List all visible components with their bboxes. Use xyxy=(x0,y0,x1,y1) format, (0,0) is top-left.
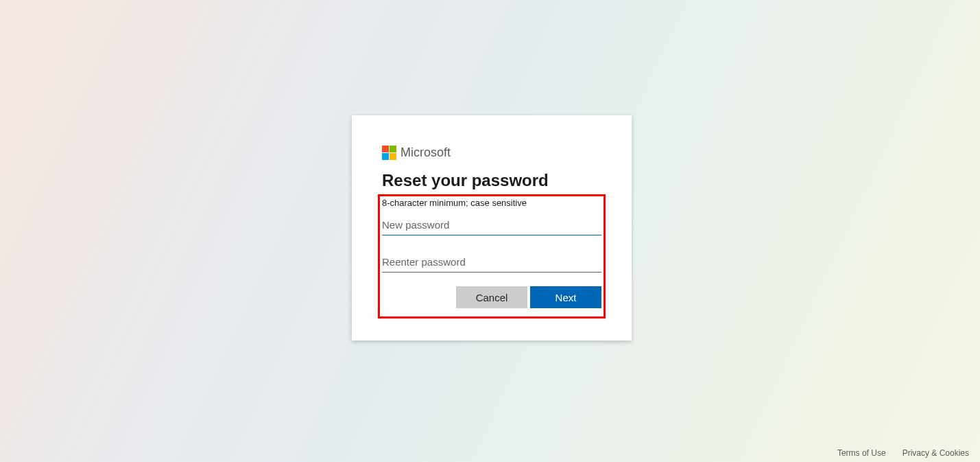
button-row: Cancel Next xyxy=(382,286,601,308)
new-password-input[interactable] xyxy=(382,213,601,235)
terms-link[interactable]: Terms of Use xyxy=(837,448,886,458)
brand-name: Microsoft xyxy=(401,146,451,160)
reenter-password-input[interactable] xyxy=(382,251,601,273)
page-title: Reset your password xyxy=(382,171,601,190)
footer-links: Terms of Use Privacy & Cookies xyxy=(837,448,969,458)
next-button[interactable]: Next xyxy=(530,286,601,308)
privacy-link[interactable]: Privacy & Cookies xyxy=(903,448,969,458)
reset-password-card: Microsoft Reset your password 8-characte… xyxy=(352,115,632,340)
cancel-button[interactable]: Cancel xyxy=(456,286,527,308)
microsoft-logo-icon xyxy=(382,146,396,160)
password-hint: 8-character minimum; case sensitive xyxy=(382,198,601,208)
brand-row: Microsoft xyxy=(382,146,601,160)
highlighted-form-area: 8-character minimum; case sensitive Canc… xyxy=(378,194,606,319)
